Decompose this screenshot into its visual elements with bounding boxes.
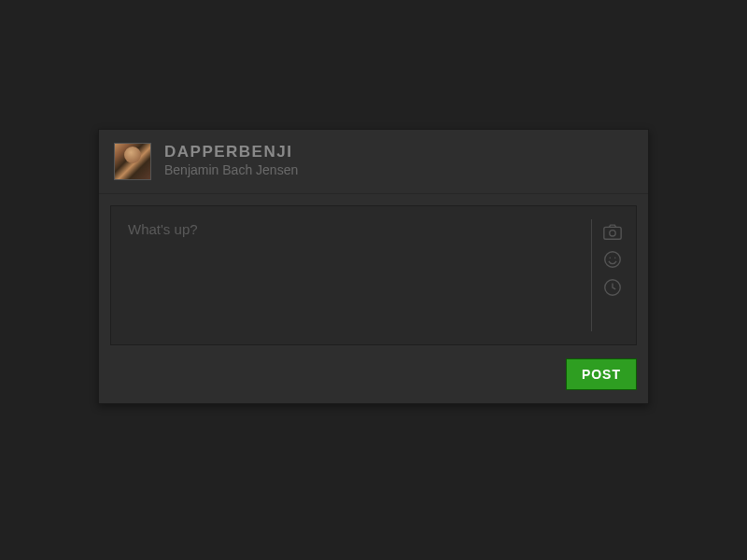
svg-point-2 <box>604 251 620 267</box>
compose-textarea-wrap <box>110 205 637 345</box>
emoji-icon[interactable] <box>602 249 623 270</box>
compose-input[interactable] <box>111 206 591 344</box>
compose-footer: POST <box>99 358 648 403</box>
avatar <box>114 143 151 180</box>
compose-card: DAPPERBENJI Benjamin Bach Jensen <box>98 129 649 404</box>
post-button[interactable]: POST <box>566 358 637 390</box>
compose-body <box>99 194 648 358</box>
compose-header: DAPPERBENJI Benjamin Bach Jensen <box>99 130 648 194</box>
compose-actions <box>591 219 632 331</box>
svg-point-3 <box>609 257 610 258</box>
svg-rect-0 <box>603 227 620 239</box>
clock-icon[interactable] <box>602 277 623 298</box>
svg-point-1 <box>609 230 614 235</box>
user-full-name: Benjamin Bach Jensen <box>164 161 298 178</box>
user-meta: DAPPERBENJI Benjamin Bach Jensen <box>164 144 298 178</box>
svg-point-4 <box>614 257 615 258</box>
user-handle: DAPPERBENJI <box>164 144 298 161</box>
camera-icon[interactable] <box>602 221 623 242</box>
